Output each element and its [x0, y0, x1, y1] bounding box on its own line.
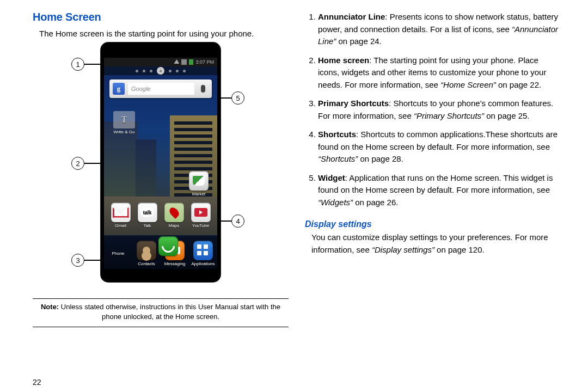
definition-item-2: Home screen: The starting point for usin…: [318, 54, 561, 91]
search-field[interactable]: Google: [128, 83, 194, 95]
widget-label: Write & Go: [114, 130, 135, 134]
battery-icon: [189, 59, 193, 65]
gmail-icon: [111, 203, 131, 222]
maps-icon: [164, 203, 184, 222]
app-label: Phone: [112, 251, 124, 256]
page-indicator: 4: [104, 66, 217, 75]
callout-bubble: 4: [231, 215, 244, 228]
shortcut-row-upper: Market: [107, 171, 214, 201]
callout-3: 3: [71, 254, 101, 267]
app-label: Talk: [143, 223, 151, 228]
app-maps[interactable]: Maps: [162, 203, 186, 233]
def-tail: on page 25.: [484, 111, 529, 120]
page: Home Screen The Home screen is the start…: [0, 0, 588, 392]
talk-icon: [138, 203, 157, 222]
dock-contacts[interactable]: Contacts: [134, 241, 158, 266]
annunciator-line: 3:07 PM: [104, 58, 217, 66]
definition-list: Annunciator Line: Presents icons to show…: [305, 11, 561, 215]
youtube-icon: [191, 203, 211, 222]
term: Shortcuts: [318, 130, 356, 139]
callout-bubble: 2: [71, 157, 84, 170]
wifi-icon: [174, 59, 179, 65]
term: Home screen: [318, 56, 369, 65]
note-block: Note: Unless stated otherwise, instructi…: [33, 302, 289, 321]
cross-ref: “Home Screen”: [440, 80, 496, 89]
def-tail: on page 22.: [496, 80, 541, 89]
dock-phone[interactable]: Phone: [106, 251, 130, 256]
pager-dot: [150, 70, 152, 72]
phone-device: 3:07 PM 4: [101, 42, 220, 282]
google-search-widget[interactable]: g Google: [109, 79, 212, 98]
intro-text: The Home screen is the starting point fo…: [39, 29, 289, 38]
callout-line: [84, 260, 101, 261]
app-label: YouTube: [192, 223, 209, 228]
term: Primary Shortcuts: [318, 99, 389, 108]
note-text: Unless stated otherwise, instructions in…: [59, 303, 280, 321]
app-youtube[interactable]: YouTube: [189, 203, 213, 233]
callout-4: 4: [220, 215, 244, 228]
callout-line: [220, 220, 231, 222]
pager-dot: [176, 70, 179, 72]
app-label: Gmail: [115, 223, 126, 228]
phone-figure: 1 2 3 5 4: [46, 42, 275, 293]
term: Widget: [318, 173, 345, 182]
phone-icon: [158, 236, 178, 256]
pager-dot-current: 4: [157, 67, 164, 75]
definition-item-1: Annunciator Line: Presents icons to show…: [318, 11, 561, 48]
cross-ref: “Widgets”: [318, 198, 353, 207]
cross-ref: “Shortcuts”: [318, 154, 358, 163]
right-column: Annunciator Line: Presents icons to show…: [305, 11, 561, 387]
write-and-go-widget[interactable]: T Write & Go: [109, 111, 139, 134]
cross-ref: “Display settings”: [372, 245, 434, 254]
definition-item-3: Primary Shortcuts: Shortcuts to your pho…: [318, 97, 561, 122]
voice-search-icon[interactable]: [198, 83, 209, 95]
definition-item-4: Shortcuts: Shortcuts to common applicati…: [318, 128, 561, 166]
app-talk[interactable]: Talk: [136, 203, 160, 233]
definition-item-5: Widget: Application that runs on the Hom…: [318, 172, 561, 209]
google-logo-icon: g: [113, 83, 125, 95]
page-number: 22: [33, 369, 289, 387]
subsection-heading: Display settings: [305, 219, 561, 229]
dock-applications[interactable]: Applications: [191, 241, 215, 266]
callout-2: 2: [71, 157, 101, 170]
left-column: Home Screen The Home screen is the start…: [33, 11, 289, 387]
def-text: : Application that runs on the Home scre…: [318, 173, 553, 195]
app-label: Applications: [191, 261, 215, 266]
callout-bubble: 3: [71, 254, 84, 267]
primary-shortcuts-dock: Phone Contacts Messaging Applicatio: [104, 236, 217, 269]
pager-dot: [169, 70, 171, 72]
phone-screen: 3:07 PM 4: [104, 58, 217, 269]
callout-line: [84, 64, 101, 65]
signal-icon: [181, 59, 187, 65]
app-market[interactable]: Market: [187, 171, 211, 201]
subsection-text: You can customize display settings to yo…: [311, 231, 561, 256]
callout-line: [84, 163, 101, 164]
callout-bubble: 5: [231, 91, 244, 105]
pager-dot: [136, 70, 138, 72]
sub-text-b: on page 120.: [434, 245, 485, 254]
callout-bubble: 1: [71, 58, 84, 71]
term: Annunciator Line: [318, 12, 385, 21]
pager-dot: [143, 70, 145, 72]
app-label: Market: [192, 192, 205, 197]
app-label: Contacts: [138, 261, 155, 266]
callout-line: [220, 97, 231, 99]
apps-grid-icon: [193, 241, 213, 260]
divider: [33, 298, 289, 299]
write-and-go-icon: T: [113, 111, 135, 128]
contacts-icon: [137, 241, 156, 260]
cross-ref: “Primary Shortcuts”: [414, 111, 484, 120]
divider: [33, 327, 289, 327]
app-gmail[interactable]: Gmail: [109, 203, 133, 233]
def-tail: on page 28.: [358, 154, 403, 163]
section-heading: Home Screen: [33, 11, 289, 23]
app-label: Maps: [169, 223, 180, 228]
callout-1: 1: [71, 58, 101, 71]
status-time: 3:07 PM: [195, 59, 214, 65]
note-label: Note:: [41, 303, 59, 311]
def-tail: on page 24.: [336, 36, 381, 46]
shortcut-row: Gmail Talk Maps YouTube: [107, 203, 214, 233]
def-tail: on page 26.: [353, 198, 398, 207]
callout-5: 5: [220, 91, 244, 105]
pager-dot: [183, 70, 186, 72]
